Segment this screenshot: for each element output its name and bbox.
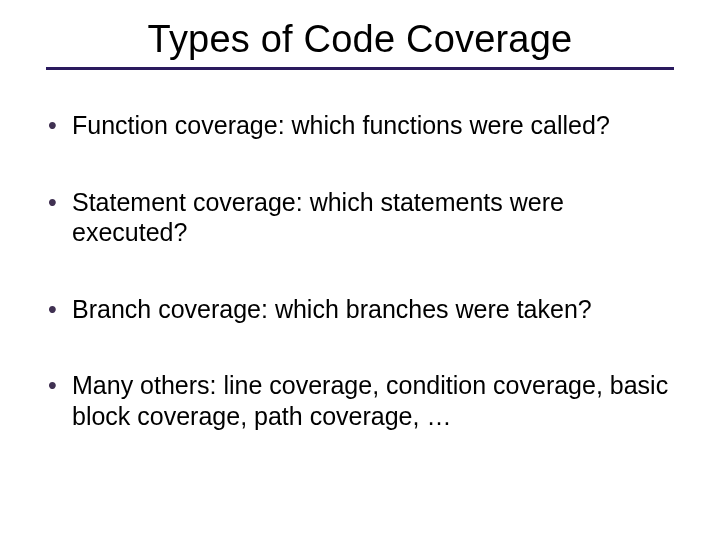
list-item: Function coverage: which functions were … xyxy=(42,110,670,141)
list-item: Statement coverage: which statements wer… xyxy=(42,187,670,248)
slide-title: Types of Code Coverage xyxy=(40,18,680,61)
bullet-list: Function coverage: which functions were … xyxy=(40,110,680,431)
title-underline xyxy=(46,67,674,70)
list-item: Many others: line coverage, condition co… xyxy=(42,370,670,431)
slide: Types of Code Coverage Function coverage… xyxy=(0,0,720,540)
list-item: Branch coverage: which branches were tak… xyxy=(42,294,670,325)
